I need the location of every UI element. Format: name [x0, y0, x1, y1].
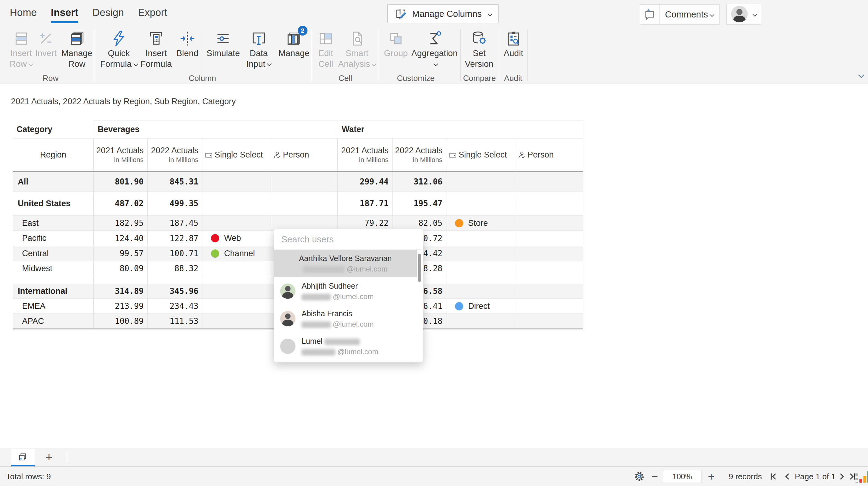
cell-2021-beverages[interactable]: 124.40 [94, 231, 148, 246]
cell-2022-beverages[interactable]: 845.31 [148, 172, 203, 191]
ribbon-button-data-input[interactable]: DataInput [246, 29, 271, 69]
cell-single-select-water[interactable] [446, 172, 515, 191]
cell-person-beverages[interactable] [270, 216, 338, 230]
prev-page-button[interactable] [783, 467, 792, 486]
zoom-out-button[interactable]: − [652, 467, 658, 486]
cell-person-water[interactable] [515, 246, 583, 261]
cell-single-select-water[interactable] [446, 314, 515, 328]
row-header-midwest[interactable]: Midwest [13, 261, 94, 276]
column-header-region[interactable]: Region [13, 139, 94, 171]
ribbon-button-manage-row[interactable]: ManageRow [61, 29, 92, 69]
cell-person-water[interactable] [515, 172, 583, 191]
cell-single-select-water[interactable]: Direct [446, 299, 515, 313]
column-header-2021-actuals-water[interactable]: 2021 Actualsin Millions [338, 139, 393, 171]
collapse-ribbon-button[interactable] [856, 72, 866, 80]
row-header-apac[interactable]: APAC [13, 314, 94, 328]
ribbon-button-quick-formula[interactable]: QuickFormula [100, 29, 137, 69]
cell-single-select-water[interactable]: Store [446, 216, 515, 230]
row-header-international[interactable]: International [13, 284, 94, 298]
cell-single-select-beverages[interactable] [203, 192, 270, 216]
comments-button[interactable]: Comments [659, 5, 719, 24]
cell-2022-beverages[interactable]: 499.35 [148, 192, 203, 216]
cell-person-water[interactable] [515, 284, 583, 298]
cell-2021-beverages[interactable]: 182.95 [94, 216, 148, 230]
cell-2022-beverages[interactable]: 122.87 [148, 231, 203, 246]
cell-2021-beverages[interactable]: 100.89 [94, 314, 148, 328]
column-header-single-select-water[interactable]: Single Select [446, 139, 515, 171]
cell-person-water[interactable] [515, 216, 583, 230]
cell-single-select-water[interactable] [446, 231, 515, 246]
ribbon-button-blend[interactable]: Blend [176, 29, 198, 59]
column-group-beverages[interactable]: Beverages [94, 120, 338, 139]
column-header-2022-actuals-beverages[interactable]: 2022 Actualsin Millions [148, 139, 203, 171]
cell-single-select-beverages[interactable]: Channel [203, 246, 270, 261]
column-header-person-water[interactable]: Person [515, 139, 583, 171]
settings-button[interactable] [633, 467, 645, 486]
cell-2022-beverages[interactable]: 234.43 [148, 299, 203, 313]
ribbon-button-insert-formula[interactable]: InsertFormula [141, 29, 172, 69]
cell-2021-beverages[interactable]: 213.99 [94, 299, 148, 313]
row-header-emea[interactable]: EMEA [13, 299, 94, 313]
cell-person-water[interactable] [515, 192, 583, 216]
zoom-level-field[interactable]: 100% [663, 470, 702, 483]
cell-2021-water[interactable]: 187.71 [338, 192, 393, 216]
cell-2022-beverages[interactable]: 187.45 [148, 216, 203, 230]
row-header-central[interactable]: Central [13, 246, 94, 261]
ribbon-button-simulate[interactable]: Simulate [207, 29, 240, 59]
row-header-united-states[interactable]: United States [13, 192, 94, 216]
cell-single-select-water[interactable] [446, 192, 515, 216]
cell-single-select-water[interactable] [446, 246, 515, 261]
first-page-button[interactable] [769, 467, 778, 486]
search-users-input[interactable]: Search users [274, 229, 423, 250]
cell-person-water[interactable] [515, 299, 583, 313]
cell-single-select-water[interactable] [446, 261, 515, 276]
user-list-item[interactable]: Aarthika Vellore Saravanan @lumel.com [274, 250, 417, 277]
column-header-2021-actuals-beverages[interactable]: 2021 Actualsin Millions [94, 139, 148, 171]
cell-2021-water[interactable]: 299.44 [338, 172, 393, 191]
cell-single-select-beverages[interactable] [203, 299, 270, 313]
cell-2022-water[interactable]: 82.05 [393, 216, 446, 230]
cell-2021-beverages[interactable]: 314.89 [94, 284, 148, 298]
column-group-water[interactable]: Water [338, 120, 583, 139]
row-header-all[interactable]: All [13, 172, 94, 191]
row-header-east[interactable]: East [13, 216, 94, 230]
cell-person-water[interactable] [515, 314, 583, 328]
cell-single-select-beverages[interactable] [203, 284, 270, 298]
cell-2021-water[interactable]: 79.22 [338, 216, 393, 230]
tab-design[interactable]: Design [92, 7, 124, 22]
add-sheet-button[interactable]: + [39, 448, 59, 466]
cell-single-select-beverages[interactable] [203, 216, 270, 230]
column-header-single-select-beverages[interactable]: Single Select [203, 139, 270, 171]
cell-2021-beverages[interactable]: 99.57 [94, 246, 148, 261]
account-menu-button[interactable] [726, 4, 761, 25]
cell-single-select-beverages[interactable] [203, 172, 270, 191]
manage-columns-button[interactable]: Manage Columns [387, 4, 499, 23]
user-list-item[interactable]: Lumel @lumel.com [274, 333, 423, 360]
ribbon-button-aggregation[interactable]: Aggregation [411, 29, 458, 69]
cell-2022-water[interactable]: 195.47 [393, 192, 446, 216]
zoom-in-button[interactable]: + [708, 467, 715, 486]
cell-2021-beverages[interactable]: 487.02 [94, 192, 148, 216]
add-comment-button[interactable] [640, 5, 659, 24]
cell-single-select-beverages[interactable] [203, 314, 270, 328]
cell-2022-beverages[interactable]: 88.32 [148, 261, 203, 276]
row-header-pacific[interactable]: Pacific [13, 231, 94, 246]
cell-person-beverages[interactable] [270, 172, 338, 191]
column-header-2022-actuals-water[interactable]: 2022 Actualsin Millions [393, 139, 446, 171]
cell-2022-beverages[interactable]: 345.96 [148, 284, 203, 298]
ribbon-button-audit[interactable]: Audit [504, 29, 523, 59]
cell-2022-water[interactable]: 312.06 [393, 172, 446, 191]
cell-2022-beverages[interactable]: 111.53 [148, 314, 203, 328]
scrollbar-thumb[interactable] [418, 254, 421, 282]
tab-export[interactable]: Export [138, 7, 167, 22]
cell-person-water[interactable] [515, 261, 583, 276]
cell-person-water[interactable] [515, 231, 583, 246]
column-header-person-beverages[interactable]: Person [270, 139, 338, 171]
user-list-item[interactable]: Abisha Francis @lumel.com [274, 305, 423, 333]
cell-person-beverages[interactable] [270, 192, 338, 216]
cell-2021-beverages[interactable]: 80.09 [94, 261, 148, 276]
tab-home[interactable]: Home [10, 7, 37, 22]
ribbon-button-set-version[interactable]: SetVersion [465, 29, 493, 69]
next-page-button[interactable] [837, 467, 846, 486]
cell-single-select-water[interactable] [446, 284, 515, 298]
